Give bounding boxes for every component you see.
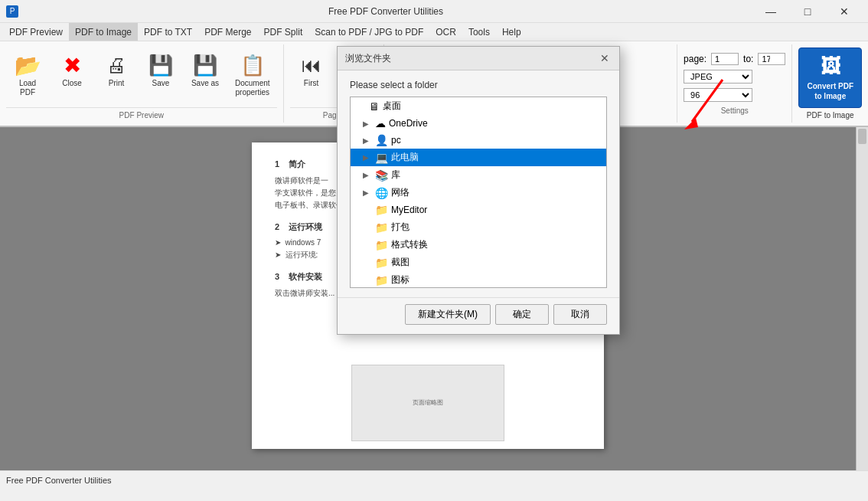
- dialog-title: 浏览文件夹: [345, 52, 391, 65]
- dialog-body: Please select a folder 🖥 桌面 ▶ ☁ OneDrive…: [338, 70, 619, 297]
- dialog-title-bar: 浏览文件夹 ✕: [338, 47, 619, 70]
- tree-arrow-lib[interactable]: ▶: [363, 171, 372, 179]
- tree-label-desktop: 桌面: [383, 100, 401, 113]
- tree-arrow-this-pc[interactable]: ▶: [363, 153, 372, 162]
- this-pc-icon: 💻: [375, 152, 388, 164]
- network-icon: 🌐: [375, 187, 388, 199]
- tree-arrow-onedrive[interactable]: ▶: [363, 120, 372, 128]
- onedrive-icon: ☁: [375, 117, 386, 129]
- folder-tree[interactable]: 🖥 桌面 ▶ ☁ OneDrive ▶ 👤 pc ▶: [350, 97, 607, 288]
- tree-label-dabao: 打包: [391, 221, 410, 234]
- dabao-icon: 📁: [375, 221, 388, 234]
- tree-label-geshi: 格式转换: [391, 238, 428, 251]
- geshi-icon: 📁: [375, 239, 388, 251]
- browse-folder-dialog: 浏览文件夹 ✕ Please select a folder 🖥 桌面 ▶ ☁ …: [337, 46, 620, 335]
- dialog-footer: 新建文件夹(M) 确定 取消: [338, 297, 619, 334]
- confirm-button[interactable]: 确定: [495, 304, 549, 325]
- tree-label-onedrive: OneDrive: [389, 118, 428, 129]
- dialog-overlay: 浏览文件夹 ✕ Please select a folder 🖥 桌面 ▶ ☁ …: [0, 0, 868, 501]
- tree-item-pc[interactable]: ▶ 👤 pc: [351, 132, 606, 149]
- tree-label-jietu: 截图: [391, 256, 410, 269]
- tree-item-dabao[interactable]: 📁 打包: [351, 218, 606, 236]
- tree-label-this-pc: 此电脑: [391, 151, 419, 164]
- myeditor-icon: 📁: [375, 204, 388, 216]
- tree-arrow-network[interactable]: ▶: [363, 188, 372, 197]
- tree-item-onedrive[interactable]: ▶ ☁ OneDrive: [351, 115, 606, 132]
- tree-item-tubiao[interactable]: 📁 图标: [351, 271, 606, 288]
- dialog-prompt: Please select a folder: [350, 80, 607, 90]
- jietu-icon: 📁: [375, 257, 388, 269]
- new-folder-button[interactable]: 新建文件夹(M): [405, 304, 491, 325]
- tree-item-desktop[interactable]: 🖥 桌面: [351, 97, 606, 115]
- cancel-button[interactable]: 取消: [553, 304, 607, 325]
- tree-label-network: 网络: [391, 186, 410, 199]
- tree-label-pc: pc: [391, 135, 401, 146]
- tree-item-lib[interactable]: ▶ 📚 库: [351, 166, 606, 184]
- dialog-close-button[interactable]: ✕: [598, 51, 612, 65]
- lib-icon: 📚: [375, 169, 388, 182]
- desktop-icon: 🖥: [369, 100, 380, 113]
- pc-icon: 👤: [375, 134, 388, 146]
- tree-item-geshi[interactable]: 📁 格式转换: [351, 236, 606, 254]
- tree-item-this-pc[interactable]: ▶ 💻 此电脑: [351, 149, 606, 166]
- tubiao-icon: 📁: [375, 274, 388, 287]
- tree-label-myeditor: MyEditor: [391, 205, 427, 215]
- tree-arrow-pc[interactable]: ▶: [363, 136, 372, 145]
- tree-label-lib: 库: [391, 169, 400, 182]
- tree-label-tubiao: 图标: [391, 273, 410, 287]
- tree-item-myeditor[interactable]: 📁 MyEditor: [351, 201, 606, 218]
- tree-item-network[interactable]: ▶ 🌐 网络: [351, 184, 606, 201]
- tree-item-jietu[interactable]: 📁 截图: [351, 254, 606, 271]
